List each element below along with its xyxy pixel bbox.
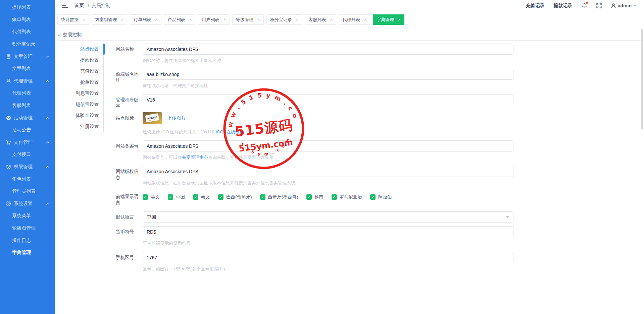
tab-user-list[interactable]: 用户列表× <box>198 14 230 25</box>
upload-image-link[interactable]: 上传图片 <box>167 115 186 121</box>
checkbox-checked-icon <box>193 194 198 200</box>
checkbox-lang-portuguese[interactable]: 巴西(葡萄牙) <box>218 194 252 200</box>
close-icon[interactable]: × <box>155 17 158 22</box>
sidebar-item-role-list[interactable]: 角色列表 <box>0 173 55 185</box>
tab-level-manage[interactable]: 等级管理× <box>232 14 264 25</box>
site-icon-thumbnail[interactable]: amazon <box>143 112 162 124</box>
checkbox-checked-icon <box>332 194 337 200</box>
icon-maker-link[interactable]: ICON在线制作 <box>215 129 244 134</box>
icp-number-input[interactable] <box>143 140 513 151</box>
field-help: 前端域名地址，代理推广链接地址 <box>143 83 513 89</box>
field-help: 建议上传 ICO 图标的尺寸为 128x128 ICON在线制作 <box>143 129 513 135</box>
sidebar-item-points-record[interactable]: 积分宝记录 <box>0 38 55 51</box>
recharge-record-link[interactable]: 充值记录 <box>526 3 545 9</box>
scrollbar-thumb[interactable] <box>641 29 643 129</box>
close-icon[interactable]: × <box>364 17 367 22</box>
fullscreen-icon[interactable] <box>596 3 602 8</box>
breadcrumb-home[interactable]: 首页 <box>75 3 84 8</box>
sidebar-group-agent[interactable]: 代理管理 <box>0 75 55 87</box>
field-help: 区号，如巴西：+55 = 55(多个区号用|隔开) <box>143 266 513 272</box>
checkbox-lang-spanish[interactable]: 西班牙(墨西哥) <box>260 194 298 200</box>
domain-input[interactable] <box>143 69 513 80</box>
checkbox-lang-vietnamese[interactable]: 越南 <box>306 194 324 200</box>
nav-recharge-settings[interactable]: 充值设置 <box>57 66 104 77</box>
sidebar-item-banner-manage[interactable]: 轮播图管理 <box>0 222 55 235</box>
chevron-down-icon <box>633 5 637 7</box>
checkbox-checked-icon <box>143 194 148 200</box>
nav-interest-settings[interactable]: 利息宝设置 <box>57 88 104 99</box>
nav-grab-settings[interactable]: 抢单设置 <box>57 77 104 88</box>
nav-site-settings[interactable]: 站点设置 <box>57 44 104 55</box>
checkbox-checked-icon <box>306 194 312 200</box>
close-icon[interactable]: × <box>330 17 333 22</box>
icp-center-link[interactable]: 备案管理中心 <box>182 155 208 160</box>
sidebar-item-operation-log[interactable]: 操作日志 <box>0 234 55 247</box>
sidebar-item-agent-list[interactable]: 代理列表 <box>0 87 55 100</box>
bell-icon[interactable] <box>582 3 587 9</box>
sidebar-group-article[interactable]: 文章管理 <box>0 50 55 63</box>
withdraw-record-link[interactable]: 提款记录 <box>554 3 573 9</box>
select-caret-icon <box>506 216 509 218</box>
nav-track <box>103 55 104 132</box>
person-icon <box>611 3 616 8</box>
sidebar-item-service-list[interactable]: 客服列表 <box>0 100 55 112</box>
close-icon[interactable]: × <box>121 17 124 22</box>
username: admin <box>618 3 632 8</box>
nav-sms-settings[interactable]: 短信宝设置 <box>57 99 104 110</box>
copyright-input[interactable] <box>143 166 513 177</box>
sidebar-item-admin-list[interactable]: 管理员列表 <box>0 185 55 198</box>
sidebar-item-article-list[interactable]: 文章列表 <box>0 63 55 75</box>
tab-statistics[interactable]: 统计数据× <box>57 14 89 25</box>
close-icon[interactable]: × <box>83 17 85 22</box>
notification-dot <box>586 2 588 4</box>
currency-symbol-input[interactable] <box>143 226 513 237</box>
sidebar-item-activity-notice[interactable]: 活动公告 <box>0 124 55 136</box>
user-menu[interactable]: admin <box>611 3 637 8</box>
tab-points-record[interactable]: 积分宝记录× <box>266 14 302 25</box>
sidebar-item-withdraw-list[interactable]: 提现列表 <box>0 1 55 14</box>
sidebar-item-bill-list[interactable]: 账单列表 <box>0 14 55 26</box>
nav-trial-settings[interactable]: 体验金设置 <box>57 110 104 121</box>
sidebar-item-payment-api[interactable]: 支付接口 <box>0 148 55 161</box>
sidebar-item-payout-list[interactable]: 代付列表 <box>0 26 55 38</box>
settings-form: 网站名称 网站名称，将在浏览器的标签上显示名称 前端域名地址 前端域名地址，代理… <box>116 44 513 272</box>
sidebar-group-activity[interactable]: 活动管理 <box>0 112 55 124</box>
document-icon <box>6 54 11 59</box>
tab-dict-manage[interactable]: 字典管理× <box>373 14 404 25</box>
default-language-select[interactable]: 中国 <box>143 211 513 223</box>
nav-withdraw-settings[interactable]: 提款设置 <box>57 55 104 66</box>
close-icon[interactable]: × <box>189 17 192 22</box>
field-help: 平台前端显示的货币符号 <box>143 240 513 246</box>
site-name-input[interactable] <box>143 44 513 55</box>
sidebar-item-dict-manage[interactable]: 字典管理 <box>0 247 55 259</box>
tab-plan-group[interactable]: 方案组管理× <box>92 14 128 25</box>
sidebar-group-permission[interactable]: 权限管理 <box>0 161 55 173</box>
checkbox-lang-thai[interactable]: 泰文 <box>193 194 210 200</box>
tab-service-list[interactable]: 客服列表× <box>305 14 336 25</box>
phone-code-input[interactable] <box>143 252 513 263</box>
admin-version-input[interactable] <box>143 94 513 105</box>
checkbox-lang-arabic[interactable]: 阿拉伯 <box>370 194 392 200</box>
checkbox-lang-romanian[interactable]: 罗马尼亚语 <box>332 194 362 200</box>
sidebar-item-system-menu[interactable]: 系统菜单 <box>0 210 55 222</box>
nav-register-settings[interactable]: 注册设置 <box>57 121 104 132</box>
shield-check-icon <box>6 165 11 170</box>
field-label: 默认语言 <box>116 211 143 220</box>
close-icon[interactable]: × <box>398 17 401 22</box>
field-label: 网站备案号 <box>116 140 143 149</box>
nav-active-bar <box>103 44 105 55</box>
sidebar: 提现列表 账单列表 代付列表 积分宝记录 文章管理 文章列表 代理管理 代理列表… <box>0 0 55 314</box>
close-icon[interactable]: × <box>296 17 299 22</box>
close-icon[interactable]: × <box>223 17 226 22</box>
tab-order-list[interactable]: 订单列表× <box>130 14 161 25</box>
field-label: 管理程序版本 <box>116 94 143 109</box>
sidebar-group-system[interactable]: 系统设置 <box>0 198 55 210</box>
checkbox-lang-english[interactable]: 英文 <box>143 194 160 200</box>
close-icon[interactable]: × <box>257 17 260 22</box>
chevron-up-icon <box>46 117 49 119</box>
sidebar-group-payment[interactable]: 支付管理 <box>0 136 55 149</box>
checkbox-lang-chinese[interactable]: 中国 <box>168 194 185 200</box>
tab-product-list[interactable]: 产品列表× <box>164 14 196 25</box>
menu-fold-icon[interactable] <box>62 3 68 9</box>
tab-agent-list[interactable]: 代理列表× <box>339 14 370 25</box>
